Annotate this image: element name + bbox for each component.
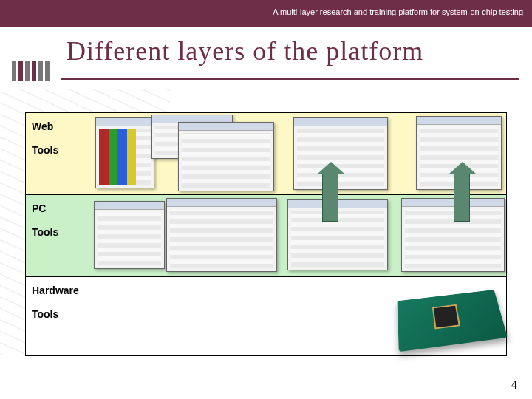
hw-thumbnails [100,277,506,355]
page-title: Different layers of the platform [66,35,423,66]
page-number: 4 [511,378,517,392]
screenshot-icon [293,117,388,190]
layer-sub: Tools [32,144,100,156]
layer-name: Web [32,120,100,132]
layer-sub: Tools [32,308,100,320]
layer-row-web: Web Tools [25,112,507,195]
hardware-board-icon [398,290,502,349]
web-thumbnails [100,113,506,194]
header-subtitle: A multi-layer research and training plat… [273,7,523,16]
screenshot-icon [166,198,277,272]
header-bar: A multi-layer research and training plat… [0,0,532,27]
screenshot-icon [95,117,154,188]
screenshot-icon [94,201,165,269]
title-underline [61,78,519,80]
layer-label-pc: PC Tools [26,195,100,276]
layers-table: Web Tools PC Tools [25,112,507,356]
pc-thumbnails [100,195,506,276]
layer-name: Hardware [32,284,100,296]
screenshot-icon [401,198,505,272]
layer-row-hardware: Hardware Tools [25,276,507,356]
logo-icon [12,61,53,81]
layer-name: PC [32,202,100,214]
layer-sub: Tools [32,226,100,238]
layer-label-web: Web Tools [26,113,100,194]
layer-row-pc: PC Tools [25,194,507,277]
slide: A multi-layer research and training plat… [0,0,532,399]
up-arrow-icon [322,173,338,222]
screenshot-icon [178,122,274,191]
up-arrow-icon [454,173,470,222]
layer-label-hardware: Hardware Tools [26,277,100,355]
